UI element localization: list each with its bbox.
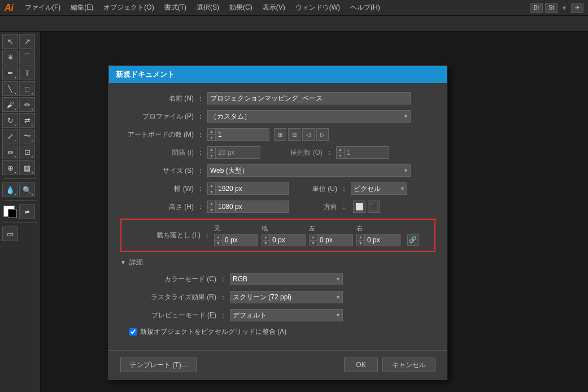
- rotate-tool[interactable]: ↻▸: [2, 113, 18, 128]
- app-logo: Ai: [5, 3, 14, 13]
- width-input[interactable]: [215, 182, 289, 195]
- preview-select[interactable]: デフォルト: [230, 309, 343, 321]
- menu-bar: Ai ファイル(F) 編集(E) オブジェクト(O) 書式(T) 選択(S) 効…: [0, 0, 588, 16]
- spacing-label: 間隔 (I): [132, 148, 194, 158]
- columns-down[interactable]: ▼: [337, 153, 344, 159]
- menu-help[interactable]: ヘルプ(H): [346, 2, 385, 14]
- spacing-columns-row: 間隔 (I) ： ▲ ▼ 横列数 (O) ： ▲ ▼: [132, 146, 435, 159]
- bleed-top-spinner[interactable]: ▲ ▼: [214, 234, 222, 246]
- menu-type[interactable]: 書式(T): [160, 2, 191, 14]
- bleed-left-spinner[interactable]: ▲ ▼: [309, 234, 317, 246]
- name-label: 名前 (N): [120, 94, 194, 103]
- color-mode-select[interactable]: RGB: [230, 273, 343, 285]
- bleed-left-label: 左: [309, 224, 353, 233]
- width-tool[interactable]: ⇔▸: [2, 145, 18, 159]
- columns-up[interactable]: ▲: [337, 147, 344, 153]
- menu-effect[interactable]: 効果(C): [225, 2, 257, 14]
- bleed-bottom-input[interactable]: [269, 234, 306, 246]
- spinner-up[interactable]: ▲: [208, 129, 215, 135]
- size-row: サイズ (S) ： Web (大型）: [120, 164, 435, 177]
- color-mode-row: カラーモード (C) ： RGB: [120, 273, 435, 285]
- panel-menu-icon[interactable]: ▼: [560, 3, 569, 13]
- bridge-icon[interactable]: Br: [530, 3, 543, 13]
- graph-tool[interactable]: ▦▸: [19, 160, 35, 175]
- height-spinner[interactable]: ▲ ▼: [207, 201, 215, 213]
- columns-label: 横列数 (O): [277, 148, 323, 158]
- spacing-down[interactable]: ▼: [208, 153, 215, 159]
- line-tool[interactable]: ╲▸: [2, 81, 18, 96]
- details-toggle[interactable]: ▼ 詳細: [120, 258, 435, 267]
- bleed-top-input[interactable]: [222, 234, 258, 246]
- artboard-grid-by-col[interactable]: ⊟: [288, 128, 300, 141]
- artboard-arrange-right[interactable]: ▷: [316, 128, 329, 141]
- menu-select[interactable]: 選択(S): [192, 2, 224, 14]
- eyedropper-tool[interactable]: 💧▸: [2, 182, 18, 197]
- bleed-bottom-spinner[interactable]: ▲ ▼: [262, 234, 269, 246]
- scale-tool[interactable]: ⤢▸: [2, 129, 18, 143]
- paint-brush-tool[interactable]: 🖌▸: [2, 97, 18, 112]
- menu-file[interactable]: ファイル(F): [20, 2, 65, 14]
- template-btn[interactable]: テンプレート (T)...: [120, 358, 197, 372]
- artboard-count-spinner[interactable]: ▲ ▼: [207, 128, 215, 141]
- bleed-right-input[interactable]: [364, 234, 400, 246]
- color-swatch[interactable]: [2, 204, 18, 219]
- direct-select-tool[interactable]: ↗: [19, 34, 35, 49]
- width-spinner[interactable]: ▲ ▼: [207, 182, 215, 195]
- select-tool[interactable]: ↖: [2, 34, 18, 49]
- raster-label: ラスタライズ効果 (R): [120, 293, 216, 302]
- height-direction-row: 高さ (H) ： ▲ ▼ 方向 ： ⬜ ⬛: [120, 201, 435, 213]
- bleed-link-btn[interactable]: 🔗: [407, 234, 419, 246]
- name-input[interactable]: [207, 92, 411, 104]
- size-select[interactable]: Web (大型）: [207, 164, 411, 177]
- size-label: サイズ (S): [120, 166, 194, 176]
- bleed-row: 裁ち落とし (L) ： 天 ▲ ▼: [127, 224, 429, 246]
- lasso-tool[interactable]: ⌒: [19, 50, 35, 64]
- warp-tool[interactable]: 〜▸: [19, 129, 35, 143]
- background-color[interactable]: [8, 209, 17, 218]
- pen-tool[interactable]: ✒▸: [2, 66, 18, 80]
- spacing-input[interactable]: [215, 146, 260, 159]
- bleed-left-input[interactable]: [317, 234, 353, 246]
- menu-window[interactable]: ウィンドウ(W): [291, 2, 345, 14]
- columns-input[interactable]: [344, 146, 389, 159]
- landscape-btn[interactable]: ⬛: [368, 201, 380, 213]
- unit-select[interactable]: ピクセル: [351, 182, 407, 195]
- shape-builder-tool[interactable]: ⊕▸: [2, 160, 18, 175]
- name-row: 名前 (N) ：: [120, 92, 435, 104]
- menu-edit[interactable]: 編集(E): [66, 2, 98, 14]
- shape-tool[interactable]: □▸: [19, 81, 35, 96]
- pixel-grid-label: 新規オブジェクトをピクセルグリッドに整合 (A): [140, 327, 286, 337]
- magic-wand-tool[interactable]: ✳: [2, 50, 18, 64]
- pixel-grid-checkbox[interactable]: [129, 328, 137, 336]
- zoom-tool[interactable]: 🔍▸: [19, 182, 35, 197]
- send-icon[interactable]: ✈: [571, 3, 583, 13]
- raster-select[interactable]: スクリーン (72 ppi): [230, 291, 343, 303]
- pencil-tool[interactable]: ✏▸: [19, 97, 35, 112]
- spacing-spinner[interactable]: ▲ ▼: [207, 146, 215, 159]
- mirror-tool[interactable]: ⇄▸: [19, 113, 35, 128]
- width-unit-row: 幅 (W) ： ▲ ▼ 単位 (U) ： ピクセル: [120, 182, 435, 195]
- stock-icon[interactable]: St: [545, 3, 557, 13]
- swap-colors-btn[interactable]: ⇄: [19, 204, 35, 219]
- columns-spinner[interactable]: ▲ ▼: [336, 146, 344, 159]
- spacing-up[interactable]: ▲: [208, 147, 215, 153]
- type-tool[interactable]: T: [19, 66, 35, 80]
- bleed-left-field: 左 ▲ ▼: [309, 224, 353, 246]
- spinner-down[interactable]: ▼: [208, 135, 215, 141]
- profile-select[interactable]: ［カスタム］: [207, 110, 411, 123]
- free-transform-tool[interactable]: ⊡▸: [19, 145, 35, 159]
- bleed-right-spinner[interactable]: ▲ ▼: [356, 234, 364, 246]
- portrait-btn[interactable]: ⬜: [353, 201, 365, 213]
- ok-btn[interactable]: OK: [344, 358, 378, 372]
- left-toolbar: ↖ ↗ ✳ ⌒ ✒▸ T ╲▸ □▸ 🖌▸ ✏▸ ↻▸ ⇄▸ ⤢▸ 〜▸ ⇔▸: [0, 32, 41, 392]
- cancel-btn[interactable]: キャンセル: [382, 358, 435, 372]
- height-input[interactable]: [215, 201, 289, 213]
- artboard-arrange-left[interactable]: ◁: [302, 128, 315, 141]
- menu-object[interactable]: オブジェクト(O): [99, 2, 158, 14]
- new-document-dialog: 新規ドキュメント 名前 (N) ： プロファイル (P) ： ［カスタム］: [108, 66, 447, 380]
- artboard-count-input[interactable]: [215, 128, 269, 141]
- menu-view[interactable]: 表示(V): [258, 2, 290, 14]
- artboard-grid-by-row[interactable]: ⊞: [274, 128, 286, 141]
- change-screen-mode[interactable]: ▭: [2, 227, 18, 241]
- dialog-body: 名前 (N) ： プロファイル (P) ： ［カスタム］ アー: [109, 83, 447, 350]
